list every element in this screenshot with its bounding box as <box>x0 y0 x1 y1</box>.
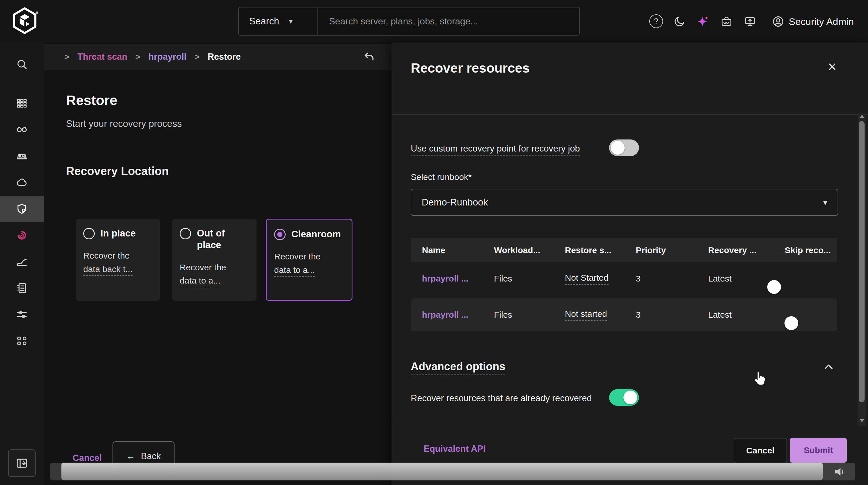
sidebar-item-monitoring[interactable] <box>0 117 43 143</box>
cloud-icon <box>15 176 28 189</box>
col-skip[interactable]: Skip reco... <box>774 246 837 255</box>
monitoring-icon <box>15 123 28 136</box>
sidebar-item-protect[interactable] <box>0 196 43 222</box>
jobs-briefcase-icon[interactable] <box>720 15 733 28</box>
desc-line2: data to a... <box>180 276 220 287</box>
collapse-sidebar-button[interactable] <box>8 449 36 477</box>
col-restore-status[interactable]: Restore s... <box>554 246 625 255</box>
option-description: Recover the data to a... <box>180 261 249 288</box>
toggle-knob <box>767 280 781 294</box>
video-scrubber-bar[interactable] <box>50 463 856 480</box>
equivalent-api-link[interactable]: Equivalent API <box>424 444 486 454</box>
sidebar-item-search[interactable] <box>0 51 43 77</box>
sidebar-item-workloads[interactable] <box>0 143 43 169</box>
recovery-cell: Latest <box>697 274 774 284</box>
video-scrubber-fill <box>61 463 823 480</box>
col-priority[interactable]: Priority <box>625 246 697 255</box>
close-icon[interactable]: × <box>828 59 836 74</box>
cancel-button[interactable]: Cancel <box>734 438 787 463</box>
sidebar-item-settings[interactable] <box>0 301 43 328</box>
protect-shield-icon <box>15 202 28 216</box>
toggle-knob <box>611 141 625 155</box>
help-icon[interactable]: ? <box>649 14 663 28</box>
brand-logo-icon[interactable] <box>10 6 40 36</box>
apps-grid-icon <box>15 97 28 110</box>
desc-line1: Recover the <box>83 251 130 260</box>
section-title: Recovery Location <box>66 165 169 177</box>
breadcrumb-threat-scan[interactable]: Threat scan <box>78 52 127 62</box>
option-card-out-of-place[interactable]: Out of place Recover the data to a... <box>172 219 257 301</box>
priority-cell: 3 <box>625 310 697 320</box>
components-icon <box>15 334 28 348</box>
custom-recovery-point-label: Use custom recovery point for recovery j… <box>411 143 580 154</box>
runbook-select[interactable]: Demo-Runbook ▾ <box>411 189 838 216</box>
app-window: Search ▾ ? <box>0 0 868 485</box>
radio-unselected-icon[interactable] <box>180 228 191 239</box>
drawer-title: Recover resources <box>411 60 530 76</box>
resources-table: Name Workload... Restore s... Priority R… <box>411 238 837 331</box>
table-header-row: Name Workload... Restore s... Priority R… <box>411 238 837 262</box>
divider <box>392 114 868 115</box>
chevron-up-icon[interactable] <box>822 360 835 374</box>
volume-icon[interactable] <box>832 464 847 479</box>
cancel-link[interactable]: Cancel <box>73 453 102 463</box>
account-icon[interactable] <box>772 15 785 28</box>
already-recovered-label: Recover resources that are already recov… <box>411 393 592 403</box>
resource-name-link[interactable]: hrpayroll ... <box>411 310 483 320</box>
option-card-in-place[interactable]: In place Recover the data back t... <box>76 219 160 301</box>
already-recovered-toggle[interactable] <box>609 389 639 406</box>
search-scope-label: Search <box>249 16 279 27</box>
col-name[interactable]: Name <box>411 246 483 255</box>
workloads-icon <box>15 150 28 163</box>
radio-selected-icon[interactable] <box>274 229 286 240</box>
sidebar-item-apps[interactable] <box>0 90 43 117</box>
back-button-label: Back <box>141 451 161 461</box>
search-icon <box>15 58 28 71</box>
desc-line2: data back t... <box>83 264 133 276</box>
custom-recovery-point-toggle[interactable] <box>609 139 639 156</box>
option-description: Recover the data back t... <box>83 249 153 276</box>
recover-resources-drawer: Recover resources × Use custom recovery … <box>392 42 868 485</box>
scrollbar-down-arrow[interactable] <box>860 419 864 422</box>
sidebar-item-logs[interactable] <box>0 275 43 301</box>
desc-line1: Recover the <box>274 252 321 261</box>
theme-moon-icon[interactable] <box>673 15 686 28</box>
user-name[interactable]: Security Admin <box>789 16 854 27</box>
advanced-options-label[interactable]: Advanced options <box>411 360 505 373</box>
vertical-scrollbar-thumb[interactable] <box>859 121 865 402</box>
advanced-options-text: Advanced options <box>411 360 505 375</box>
runbook-label-text: Select runbook <box>411 172 468 182</box>
search-input[interactable] <box>318 7 579 35</box>
col-recovery[interactable]: Recovery ... <box>697 246 774 255</box>
radio-unselected-icon[interactable] <box>83 228 95 239</box>
breadcrumb-hrpayroll[interactable]: hrpayroll <box>148 52 187 62</box>
chevron-right-icon: > <box>195 52 200 62</box>
sidebar-item-cloud[interactable] <box>0 169 43 196</box>
console-upload-icon[interactable] <box>743 15 756 28</box>
runbook-label: Select runbook* <box>411 172 472 182</box>
scrollbar-up-arrow[interactable] <box>860 115 864 118</box>
top-bar: Search ▾ ? <box>0 0 868 42</box>
help-glyph: ? <box>654 17 658 26</box>
breadcrumb-current: Restore <box>208 52 241 62</box>
desc-line1: Recover the <box>180 263 226 272</box>
option-title: In place <box>100 227 136 239</box>
chevron-right-icon: > <box>135 52 141 62</box>
sidebar-item-threat-scan[interactable] <box>0 222 43 249</box>
option-card-cleanroom[interactable]: Cleanroom Recover the data to a... <box>266 219 352 301</box>
page-title: Restore <box>66 92 117 108</box>
table-row: hrpayroll ... Files Not Started 3 Latest <box>411 262 837 295</box>
status-cell: Not started <box>565 309 607 321</box>
workload-cell: Files <box>483 310 554 320</box>
recovery-cell: Latest <box>697 310 774 320</box>
sidebar-item-components[interactable] <box>0 328 43 354</box>
ai-sparkle-icon[interactable] <box>696 15 710 28</box>
chevron-down-icon: ▾ <box>823 198 827 207</box>
submit-button[interactable]: Submit <box>790 438 847 463</box>
toggle-knob <box>623 391 637 405</box>
search-scope-dropdown[interactable]: Search ▾ <box>239 7 318 35</box>
sidebar-item-reports[interactable] <box>0 249 43 275</box>
undo-icon[interactable] <box>362 50 375 63</box>
col-workload[interactable]: Workload... <box>483 246 554 255</box>
resource-name-link[interactable]: hrpayroll ... <box>411 274 483 284</box>
